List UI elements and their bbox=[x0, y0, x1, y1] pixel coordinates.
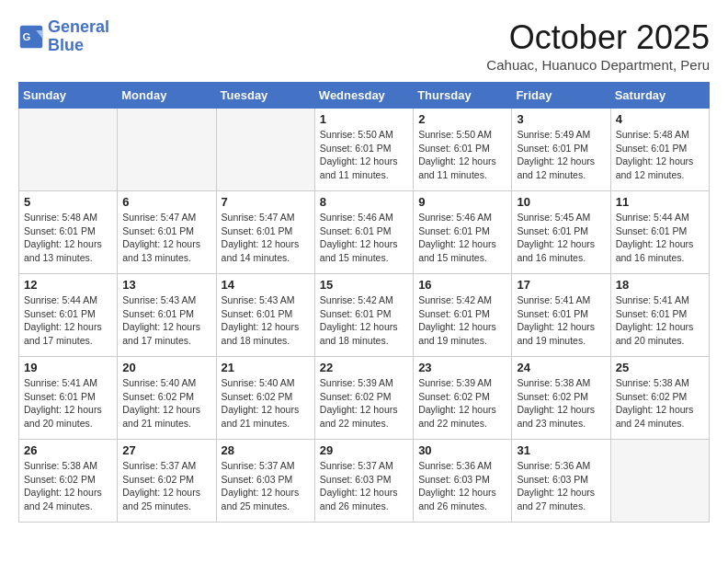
day-info: Sunrise: 5:41 AMSunset: 6:01 PMDaylight:… bbox=[616, 293, 704, 348]
calendar-cell: 3Sunrise: 5:49 AMSunset: 6:01 PMDaylight… bbox=[512, 109, 610, 191]
svg-text:G: G bbox=[22, 30, 30, 41]
day-number: 6 bbox=[122, 195, 210, 209]
header-wednesday: Wednesday bbox=[314, 83, 413, 109]
calendar-cell: 26Sunrise: 5:38 AMSunset: 6:02 PMDayligh… bbox=[19, 440, 118, 523]
day-info: Sunrise: 5:46 AMSunset: 6:01 PMDaylight:… bbox=[320, 211, 408, 265]
day-info: Sunrise: 5:42 AMSunset: 6:01 PMDaylight:… bbox=[320, 293, 408, 348]
day-info: Sunrise: 5:48 AMSunset: 6:01 PMDaylight:… bbox=[24, 211, 112, 265]
day-info: Sunrise: 5:43 AMSunset: 6:01 PMDaylight:… bbox=[222, 293, 310, 348]
day-info: Sunrise: 5:42 AMSunset: 6:01 PMDaylight:… bbox=[418, 293, 506, 348]
day-number: 25 bbox=[616, 361, 704, 374]
day-number: 31 bbox=[517, 443, 605, 457]
calendar-cell: 10Sunrise: 5:45 AMSunset: 6:01 PMDayligh… bbox=[512, 191, 610, 274]
day-number: 2 bbox=[418, 112, 506, 126]
day-number: 24 bbox=[517, 361, 605, 374]
calendar-week-row: 5Sunrise: 5:48 AMSunset: 6:01 PMDaylight… bbox=[19, 191, 710, 274]
calendar-cell: 14Sunrise: 5:43 AMSunset: 6:01 PMDayligh… bbox=[216, 274, 314, 357]
day-info: Sunrise: 5:50 AMSunset: 6:01 PMDaylight:… bbox=[320, 128, 408, 182]
calendar-cell: 1Sunrise: 5:50 AMSunset: 6:01 PMDaylight… bbox=[314, 109, 413, 191]
day-number: 22 bbox=[320, 361, 408, 374]
day-number: 5 bbox=[24, 195, 112, 209]
day-number: 3 bbox=[517, 112, 605, 126]
day-info: Sunrise: 5:49 AMSunset: 6:01 PMDaylight:… bbox=[517, 128, 605, 182]
day-number: 14 bbox=[222, 278, 310, 292]
page-header: G General Blue October 2025 Cahuac, Huan… bbox=[18, 18, 710, 73]
calendar-cell: 13Sunrise: 5:43 AMSunset: 6:01 PMDayligh… bbox=[118, 274, 216, 357]
calendar-cell bbox=[216, 109, 314, 191]
calendar-week-row: 1Sunrise: 5:50 AMSunset: 6:01 PMDaylight… bbox=[19, 109, 710, 191]
header-tuesday: Tuesday bbox=[216, 83, 314, 109]
day-info: Sunrise: 5:38 AMSunset: 6:02 PMDaylight:… bbox=[24, 459, 112, 513]
calendar-cell: 29Sunrise: 5:37 AMSunset: 6:03 PMDayligh… bbox=[314, 440, 413, 523]
day-info: Sunrise: 5:50 AMSunset: 6:01 PMDaylight:… bbox=[418, 128, 506, 182]
header-monday: Monday bbox=[118, 83, 216, 109]
day-number: 30 bbox=[418, 443, 506, 457]
calendar-cell: 22Sunrise: 5:39 AMSunset: 6:02 PMDayligh… bbox=[314, 357, 413, 440]
calendar-cell: 30Sunrise: 5:36 AMSunset: 6:03 PMDayligh… bbox=[414, 440, 512, 523]
header-saturday: Saturday bbox=[610, 83, 709, 109]
day-number: 15 bbox=[320, 278, 408, 292]
day-info: Sunrise: 5:45 AMSunset: 6:01 PMDaylight:… bbox=[517, 211, 605, 265]
day-number: 12 bbox=[24, 278, 112, 292]
header-friday: Friday bbox=[512, 83, 610, 109]
calendar-cell: 24Sunrise: 5:38 AMSunset: 6:02 PMDayligh… bbox=[512, 357, 610, 440]
calendar-cell: 11Sunrise: 5:44 AMSunset: 6:01 PMDayligh… bbox=[610, 191, 709, 274]
calendar-cell: 31Sunrise: 5:36 AMSunset: 6:03 PMDayligh… bbox=[512, 440, 610, 523]
calendar-cell: 15Sunrise: 5:42 AMSunset: 6:01 PMDayligh… bbox=[314, 274, 413, 357]
day-number: 29 bbox=[320, 443, 408, 457]
day-number: 19 bbox=[24, 361, 112, 374]
calendar-cell: 23Sunrise: 5:39 AMSunset: 6:02 PMDayligh… bbox=[414, 357, 512, 440]
calendar-cell: 18Sunrise: 5:41 AMSunset: 6:01 PMDayligh… bbox=[610, 274, 709, 357]
day-info: Sunrise: 5:44 AMSunset: 6:01 PMDaylight:… bbox=[24, 293, 112, 348]
day-info: Sunrise: 5:48 AMSunset: 6:01 PMDaylight:… bbox=[616, 128, 704, 182]
day-info: Sunrise: 5:46 AMSunset: 6:01 PMDaylight:… bbox=[418, 211, 506, 265]
calendar-cell: 28Sunrise: 5:37 AMSunset: 6:03 PMDayligh… bbox=[216, 440, 314, 523]
day-info: Sunrise: 5:40 AMSunset: 6:02 PMDaylight:… bbox=[222, 376, 310, 431]
calendar-cell: 9Sunrise: 5:46 AMSunset: 6:01 PMDaylight… bbox=[414, 191, 512, 274]
header-sunday: Sunday bbox=[19, 83, 118, 109]
day-info: Sunrise: 5:41 AMSunset: 6:01 PMDaylight:… bbox=[24, 376, 112, 431]
calendar-cell: 19Sunrise: 5:41 AMSunset: 6:01 PMDayligh… bbox=[19, 357, 118, 440]
calendar-cell: 4Sunrise: 5:48 AMSunset: 6:01 PMDaylight… bbox=[610, 109, 709, 191]
day-number: 26 bbox=[24, 443, 112, 457]
calendar-week-row: 19Sunrise: 5:41 AMSunset: 6:01 PMDayligh… bbox=[19, 357, 710, 440]
day-number: 16 bbox=[418, 278, 506, 292]
day-info: Sunrise: 5:38 AMSunset: 6:02 PMDaylight:… bbox=[616, 376, 704, 431]
day-number: 28 bbox=[222, 443, 310, 457]
calendar-week-row: 26Sunrise: 5:38 AMSunset: 6:02 PMDayligh… bbox=[19, 440, 710, 523]
calendar-cell: 8Sunrise: 5:46 AMSunset: 6:01 PMDaylight… bbox=[314, 191, 413, 274]
calendar-cell: 25Sunrise: 5:38 AMSunset: 6:02 PMDayligh… bbox=[610, 357, 709, 440]
day-number: 7 bbox=[222, 195, 310, 209]
logo-text: General Blue bbox=[48, 18, 109, 55]
calendar-week-row: 12Sunrise: 5:44 AMSunset: 6:01 PMDayligh… bbox=[19, 274, 710, 357]
calendar-cell bbox=[118, 109, 216, 191]
calendar-cell: 27Sunrise: 5:37 AMSunset: 6:02 PMDayligh… bbox=[118, 440, 216, 523]
day-number: 17 bbox=[517, 278, 605, 292]
day-number: 1 bbox=[320, 112, 408, 126]
calendar-cell bbox=[610, 440, 709, 523]
day-number: 4 bbox=[616, 112, 704, 126]
calendar-cell: 17Sunrise: 5:41 AMSunset: 6:01 PMDayligh… bbox=[512, 274, 610, 357]
day-number: 10 bbox=[517, 195, 605, 209]
month-title: October 2025 bbox=[486, 18, 710, 57]
calendar-cell: 20Sunrise: 5:40 AMSunset: 6:02 PMDayligh… bbox=[118, 357, 216, 440]
calendar-cell: 7Sunrise: 5:47 AMSunset: 6:01 PMDaylight… bbox=[216, 191, 314, 274]
day-info: Sunrise: 5:44 AMSunset: 6:01 PMDaylight:… bbox=[616, 211, 704, 265]
calendar-cell: 21Sunrise: 5:40 AMSunset: 6:02 PMDayligh… bbox=[216, 357, 314, 440]
calendar-cell bbox=[19, 109, 118, 191]
day-number: 9 bbox=[418, 195, 506, 209]
title-block: October 2025 Cahuac, Huanuco Department,… bbox=[486, 18, 710, 73]
day-number: 8 bbox=[320, 195, 408, 209]
day-number: 18 bbox=[616, 278, 704, 292]
day-info: Sunrise: 5:36 AMSunset: 6:03 PMDaylight:… bbox=[517, 459, 605, 513]
calendar-cell: 12Sunrise: 5:44 AMSunset: 6:01 PMDayligh… bbox=[19, 274, 118, 357]
day-info: Sunrise: 5:47 AMSunset: 6:01 PMDaylight:… bbox=[122, 211, 210, 265]
day-info: Sunrise: 5:39 AMSunset: 6:02 PMDaylight:… bbox=[320, 376, 408, 431]
calendar-cell: 2Sunrise: 5:50 AMSunset: 6:01 PMDaylight… bbox=[414, 109, 512, 191]
header-thursday: Thursday bbox=[414, 83, 512, 109]
day-info: Sunrise: 5:37 AMSunset: 6:03 PMDaylight:… bbox=[222, 459, 310, 513]
day-number: 21 bbox=[222, 361, 310, 374]
day-number: 27 bbox=[122, 443, 210, 457]
location: Cahuac, Huanuco Department, Peru bbox=[486, 57, 710, 73]
day-info: Sunrise: 5:37 AMSunset: 6:03 PMDaylight:… bbox=[320, 459, 408, 513]
